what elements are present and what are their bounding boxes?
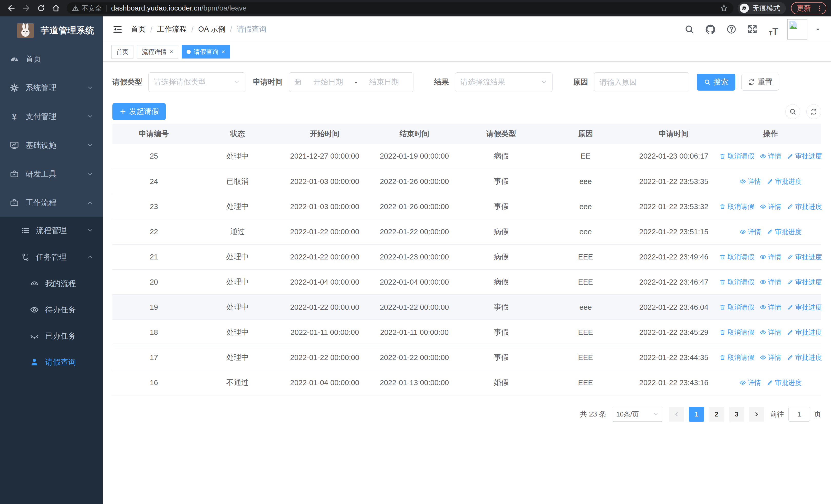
chevron-down-icon <box>87 113 93 120</box>
cancel-leave-link[interactable]: 取消请假 <box>719 353 754 362</box>
page-button-3[interactable]: 3 <box>729 407 744 422</box>
eye-closed-icon <box>30 331 39 340</box>
refresh-table-button[interactable] <box>806 104 821 119</box>
help-question-icon[interactable] <box>724 22 739 36</box>
tab-leave-query[interactable]: 请假查询× <box>182 45 230 59</box>
browser-forward-button[interactable] <box>20 2 33 15</box>
cancel-leave-link[interactable]: 取消请假 <box>719 202 754 211</box>
hamburger-icon[interactable] <box>112 24 123 34</box>
detail-link[interactable]: 详情 <box>739 227 761 236</box>
sidebar-item-task-mgmt[interactable]: 任务管理 <box>0 244 103 270</box>
search-button[interactable]: 搜索 <box>697 73 735 91</box>
approval-progress-link[interactable]: 审批进度 <box>787 353 822 362</box>
reset-button[interactable]: 重置 <box>741 73 779 91</box>
cell-reason: EEE <box>543 320 628 345</box>
close-icon[interactable]: × <box>222 49 225 55</box>
sidebar-item-devtools[interactable]: 研发工具 <box>0 159 103 188</box>
sidebar-item-todo-tasks[interactable]: 待办任务 <box>0 297 103 323</box>
table-row: 17 处理中 2022-01-22 00:00:00 2022-01-22 00… <box>112 345 821 370</box>
detail-link[interactable]: 详情 <box>760 202 781 211</box>
toggle-search-button[interactable] <box>785 104 800 119</box>
user-avatar[interactable] <box>787 19 807 39</box>
approval-progress-link[interactable]: 审批进度 <box>787 253 822 262</box>
sidebar-item-workflow[interactable]: 工作流程 <box>0 188 103 217</box>
approval-progress-link[interactable]: 审批进度 <box>787 202 822 211</box>
address-bar[interactable]: 不安全 dashboard.yudao.iocoder.cn/bpm/oa/le… <box>67 2 734 14</box>
cell-reason: eee <box>543 194 628 219</box>
logo-rabbit-image <box>17 23 34 38</box>
chevron-down-icon <box>87 142 93 149</box>
approval-progress-link[interactable]: 审批进度 <box>787 328 822 337</box>
cancel-leave-link[interactable]: 取消请假 <box>719 328 754 337</box>
next-page-button[interactable] <box>749 407 764 422</box>
sidebar-item-home[interactable]: 首页 <box>0 45 103 73</box>
page-button-1[interactable]: 1 <box>689 407 704 422</box>
detail-link[interactable]: 详情 <box>760 353 781 362</box>
create-leave-button[interactable]: 发起请假 <box>112 103 166 120</box>
avatar-caret-down-icon[interactable] <box>814 26 821 33</box>
detail-link[interactable]: 详情 <box>760 253 781 262</box>
search-icon[interactable] <box>682 22 696 36</box>
font-size-icon[interactable]: TT <box>766 22 781 36</box>
result-select[interactable]: 请选择流结果 <box>455 72 552 92</box>
detail-link[interactable]: 详情 <box>760 328 781 337</box>
detail-link[interactable]: 详情 <box>739 177 761 186</box>
approval-progress-link[interactable]: 审批进度 <box>787 303 822 312</box>
sidebar-item-done-tasks[interactable]: 已办任务 <box>0 323 103 349</box>
browser-home-button[interactable] <box>49 2 63 15</box>
leave-table: 申请编号 状态 开始时间 结束时间 请假类型 原因 申请时间 操作 25 <box>112 124 821 395</box>
detail-link[interactable]: 详情 <box>760 152 781 161</box>
approval-progress-link[interactable]: 审批进度 <box>767 227 801 236</box>
browser-update-button[interactable]: 更新 <box>791 2 826 14</box>
cancel-leave-link[interactable]: 取消请假 <box>719 278 754 287</box>
cancel-leave-link[interactable]: 取消请假 <box>719 303 754 312</box>
start-date-placeholder[interactable]: 开始日期 <box>304 77 353 87</box>
cell-end: 2022-01-22 00:00:00 <box>370 295 459 320</box>
detail-link[interactable]: 详情 <box>760 278 781 287</box>
cell-type: 事假 <box>459 320 544 345</box>
apply-time-range-picker[interactable]: 开始日期 - 结束日期 <box>289 72 413 92</box>
chevron-up-icon <box>87 199 93 206</box>
breadcrumb-workflow[interactable]: 工作流程 <box>157 24 187 34</box>
breadcrumb-oa-example[interactable]: OA 示例 <box>198 24 225 34</box>
approval-progress-link[interactable]: 审批进度 <box>767 177 801 186</box>
col-type: 请假类型 <box>459 124 544 144</box>
cancel-leave-link[interactable]: 取消请假 <box>719 152 754 161</box>
page-size-select[interactable]: 10条/页 <box>612 407 663 422</box>
chevron-up-icon <box>87 254 93 261</box>
approval-progress-link[interactable]: 审批进度 <box>787 278 822 287</box>
goto-page-input[interactable] <box>789 407 810 422</box>
approval-progress-link[interactable]: 审批进度 <box>767 378 801 387</box>
browser-reload-button[interactable] <box>34 2 48 15</box>
page-button-2[interactable]: 2 <box>709 407 724 422</box>
sidebar-item-infra[interactable]: 基础设施 <box>0 131 103 159</box>
approval-progress-link[interactable]: 审批进度 <box>787 152 822 161</box>
tab-home[interactable]: 首页 <box>111 45 134 59</box>
cell-reason: EEE <box>543 370 628 395</box>
cancel-leave-link[interactable]: 取消请假 <box>719 253 754 262</box>
browser-back-button[interactable] <box>5 2 18 15</box>
github-icon[interactable] <box>703 22 718 36</box>
chevron-down-icon <box>87 171 93 177</box>
breadcrumb-home[interactable]: 首页 <box>131 24 146 34</box>
close-icon[interactable]: × <box>170 49 173 55</box>
sidebar-item-payment[interactable]: ¥ 支付管理 <box>0 102 103 131</box>
reason-input[interactable] <box>594 72 689 92</box>
fullscreen-icon[interactable] <box>745 22 760 36</box>
bookmark-star-icon[interactable] <box>720 4 728 12</box>
sidebar-item-system[interactable]: 系统管理 <box>0 73 103 102</box>
app-logo[interactable]: 芋道管理系统 <box>0 17 103 45</box>
prev-page-button[interactable] <box>669 407 684 422</box>
refresh-icon <box>748 79 755 86</box>
tab-process-detail[interactable]: 流程详情× <box>137 45 178 59</box>
leave-type-select[interactable]: 请选择请假类型 <box>148 72 245 92</box>
end-date-placeholder[interactable]: 结束日期 <box>359 77 408 87</box>
cell-start: 2022-01-04 00:00:00 <box>280 269 370 295</box>
sidebar-item-process-mgmt[interactable]: 流程管理 <box>0 217 103 244</box>
sidebar-item-leave-query[interactable]: 请假查询 <box>0 349 103 375</box>
browser-menu-dots-icon[interactable] <box>815 4 823 12</box>
detail-link[interactable]: 详情 <box>739 378 761 387</box>
sidebar-item-my-process[interactable]: 我的流程 <box>0 270 103 297</box>
detail-link[interactable]: 详情 <box>760 303 781 312</box>
security-warning[interactable]: 不安全 <box>72 4 102 13</box>
